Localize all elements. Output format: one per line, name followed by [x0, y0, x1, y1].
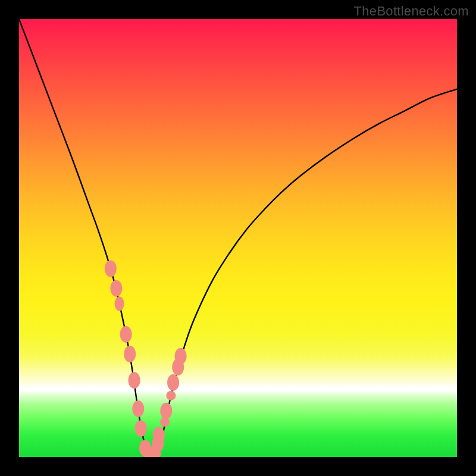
bottleneck-curve	[19, 19, 457, 456]
data-point	[105, 261, 117, 277]
data-point	[124, 346, 136, 362]
points-group	[105, 261, 187, 457]
chart-svg	[19, 19, 457, 457]
data-point	[153, 427, 165, 443]
data-point	[175, 348, 187, 365]
watermark-text: TheBottleneck.com	[354, 4, 469, 19]
plot-area	[19, 19, 457, 457]
data-point	[129, 372, 140, 389]
data-point	[135, 420, 147, 437]
data-point	[166, 391, 176, 400]
data-point	[115, 296, 124, 311]
data-point	[132, 400, 144, 417]
data-point	[167, 374, 179, 391]
data-point	[110, 280, 122, 297]
data-point	[160, 403, 172, 419]
chart-frame: TheBottleneck.com	[0, 0, 476, 476]
data-point	[120, 326, 132, 343]
